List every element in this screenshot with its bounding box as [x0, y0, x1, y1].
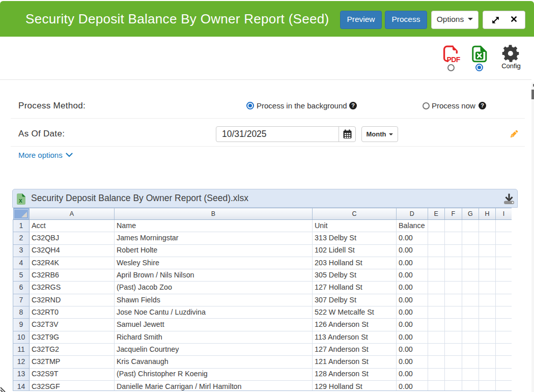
svg-text:x: x: [19, 197, 22, 204]
svg-text:PDF: PDF: [447, 55, 461, 64]
